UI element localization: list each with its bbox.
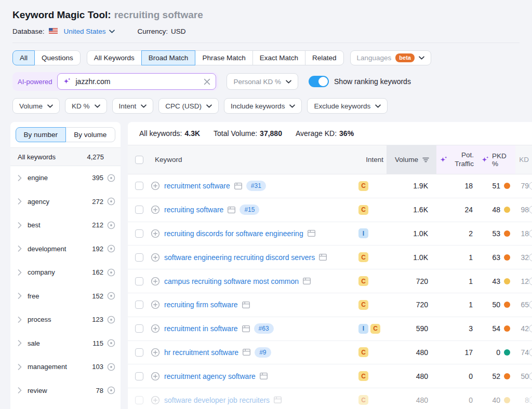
tab-by-number[interactable]: By number <box>16 127 66 142</box>
eye-icon[interactable] <box>107 316 115 324</box>
eye-icon[interactable] <box>107 339 115 347</box>
add-keyword-icon[interactable] <box>151 253 160 262</box>
sidebar-group-free[interactable]: free 152 <box>10 284 121 308</box>
keyword-link[interactable]: recruiting software <box>164 206 223 214</box>
column-pkd[interactable]: PKD % <box>481 145 515 174</box>
toggle-switch[interactable] <box>309 76 329 87</box>
sidebar-group-agency[interactable]: agency 272 <box>10 190 121 214</box>
languages-dropdown[interactable]: Languages beta <box>350 50 431 65</box>
add-keyword-icon[interactable] <box>151 396 160 405</box>
eye-icon[interactable] <box>107 386 115 394</box>
serp-icon[interactable] <box>242 325 250 332</box>
sidebar-group-sale[interactable]: sale 115 <box>10 332 121 356</box>
sidebar-group-engine[interactable]: engine 395 <box>10 166 121 190</box>
row-checkbox[interactable] <box>135 396 143 404</box>
eye-icon[interactable] <box>107 197 115 206</box>
filter-volume[interactable]: Volume <box>12 98 60 114</box>
sidebar-group-development[interactable]: development 192 <box>10 237 121 261</box>
clear-search-icon[interactable] <box>204 78 210 85</box>
serp-icon[interactable] <box>319 254 327 261</box>
keyword-link[interactable]: recruitment software <box>164 182 230 190</box>
tab-related[interactable]: Related <box>305 50 344 65</box>
filter-intent[interactable]: Intent <box>112 98 154 114</box>
column-keyword[interactable]: Keyword <box>151 145 357 174</box>
tab-questions[interactable]: Questions <box>34 50 81 65</box>
serp-icon[interactable] <box>243 349 250 356</box>
sidebar-group-best[interactable]: best 212 <box>10 213 121 237</box>
eye-icon[interactable] <box>107 174 115 182</box>
serp-icon[interactable] <box>228 207 235 213</box>
add-keyword-icon[interactable] <box>151 205 160 214</box>
sort-icon[interactable] <box>422 157 429 162</box>
column-intent[interactable]: Intent <box>357 145 387 174</box>
chevron-down-icon <box>419 56 424 60</box>
serp-icon[interactable] <box>308 230 315 237</box>
tab-all[interactable]: All <box>12 50 35 65</box>
eye-icon[interactable] <box>107 292 115 300</box>
keyword-link[interactable]: recruitment in software <box>164 324 238 333</box>
filter-cpc-usd-[interactable]: CPC (USD) <box>158 98 219 114</box>
serp-icon[interactable] <box>303 278 311 284</box>
column-kd[interactable]: KD <box>515 145 532 174</box>
eye-icon[interactable] <box>107 221 115 229</box>
volume-cell: 720 <box>387 293 436 317</box>
serp-icon[interactable] <box>274 397 282 403</box>
row-checkbox[interactable] <box>135 182 143 190</box>
intent-badge-c: C <box>358 276 368 286</box>
group-label: engine <box>28 174 92 182</box>
filter-kd-[interactable]: KD % <box>65 98 107 114</box>
serp-icon[interactable] <box>234 183 242 189</box>
row-checkbox[interactable] <box>135 277 143 285</box>
keyword-link[interactable]: recruitment agency software <box>164 372 256 380</box>
show-ranking-keywords-toggle[interactable]: Show ranking keywords <box>309 76 411 87</box>
add-keyword-icon[interactable] <box>151 300 160 309</box>
row-checkbox[interactable] <box>135 372 143 380</box>
sidebar-group-management[interactable]: management 103 <box>10 355 121 379</box>
row-checkbox[interactable] <box>135 229 143 238</box>
table-row: recruiting firm software C 720 1 50 65 <box>128 293 532 317</box>
column-volume[interactable]: Volume <box>387 145 436 174</box>
eye-icon[interactable] <box>107 268 115 277</box>
row-checkbox[interactable] <box>135 301 143 309</box>
database-selector[interactable]: United States <box>49 28 115 35</box>
add-keyword-icon[interactable] <box>151 229 160 238</box>
sidebar-group-company[interactable]: company 162 <box>10 261 121 284</box>
add-keyword-icon[interactable] <box>151 324 160 333</box>
tab-broad-match[interactable]: Broad Match <box>141 50 196 65</box>
eye-icon[interactable] <box>107 363 115 371</box>
all-keywords-row[interactable]: All keywords 4,275 <box>10 147 121 166</box>
add-keyword-icon[interactable] <box>151 277 160 286</box>
sidebar-group-process[interactable]: process 123 <box>10 308 121 332</box>
keyword-link[interactable]: hr recruitment software <box>164 348 238 357</box>
keyword-link[interactable]: software developer job recruiters <box>164 396 270 404</box>
row-checkbox[interactable] <box>135 253 143 262</box>
tab-by-volume[interactable]: By volume <box>65 127 116 142</box>
tool-title: Keyword Magic Tool: <box>12 9 111 20</box>
serp-icon[interactable] <box>242 302 250 308</box>
tab-phrase-match[interactable]: Phrase Match <box>195 50 252 65</box>
add-keyword-icon[interactable] <box>151 372 160 381</box>
serp-icon[interactable] <box>260 373 268 379</box>
intent-cell: C <box>357 269 387 293</box>
filter-include-keywords[interactable]: Include keywords <box>224 98 302 114</box>
add-keyword-icon[interactable] <box>151 348 160 357</box>
search-input[interactable]: jazzhr.com <box>57 73 216 90</box>
add-keyword-icon[interactable] <box>151 181 160 190</box>
keyword-link[interactable]: recruiting discords for software enginee… <box>164 229 303 238</box>
tab-all-keywords[interactable]: All Keywords <box>87 50 142 65</box>
row-checkbox[interactable] <box>135 348 143 357</box>
select-all-checkbox[interactable] <box>135 156 143 164</box>
keyword-link[interactable]: campus recruiting software most common <box>164 277 299 285</box>
keyword-link[interactable]: software engineering recruiting discord … <box>164 253 315 262</box>
row-checkbox[interactable] <box>135 324 143 333</box>
personal-kd-dropdown[interactable]: Personal KD % <box>227 73 298 90</box>
intent-badge-i: I <box>358 228 368 238</box>
eye-icon[interactable] <box>107 244 115 253</box>
tab-exact-match[interactable]: Exact Match <box>252 50 305 65</box>
column-pot-traffic[interactable]: Pot. Traffic <box>436 145 481 174</box>
sidebar-group-review[interactable]: review 78 <box>10 379 121 403</box>
keyword-link[interactable]: recruiting firm software <box>164 301 238 309</box>
row-checkbox[interactable] <box>135 206 143 214</box>
pot-traffic-cell: 1 <box>436 293 481 317</box>
filter-exclude-keywords[interactable]: Exclude keywords <box>307 98 388 114</box>
